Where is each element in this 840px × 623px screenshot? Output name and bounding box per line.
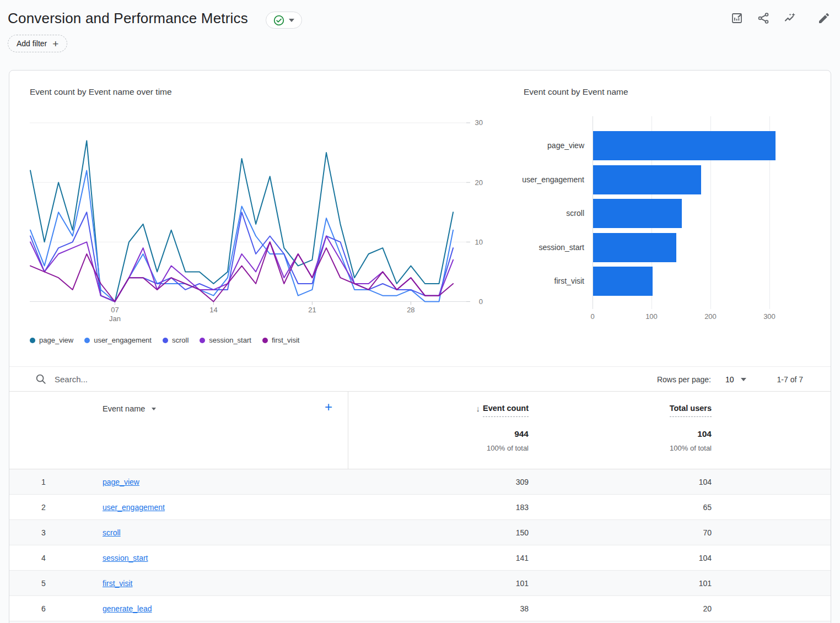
bar-category-label-session_start: session_start — [519, 233, 584, 262]
total-users-value: 101 — [699, 571, 712, 596]
event-count-value: 141 — [516, 545, 529, 571]
legend-dot — [30, 338, 35, 343]
table-header: Event name + ↓ Event count Total users 9… — [9, 392, 831, 469]
row-index: 2 — [41, 495, 46, 520]
event-name-link[interactable]: page_view — [103, 469, 139, 495]
total-users-total-value: 104 — [670, 429, 712, 439]
line-chart-legend: page_viewuser_engagementscrollsession_st… — [30, 336, 299, 344]
chevron-down-icon — [289, 19, 294, 22]
event-name-link[interactable]: session_start — [103, 545, 148, 571]
legend-dot — [84, 338, 90, 343]
bar-chart-tick-label: 200 — [698, 312, 723, 321]
total-users-header-label: Total users — [670, 404, 712, 417]
legend-label: scroll — [172, 336, 189, 344]
ga-explorations-report: { "page": { "title": "Conversion and Per… — [0, 0, 840, 623]
bar-category-label-first_visit: first_visit — [519, 267, 584, 296]
event-count-value: 309 — [516, 469, 529, 495]
event-count-value: 183 — [516, 495, 529, 520]
bar-chart-tick-label: 100 — [639, 312, 664, 321]
total-users-value: 104 — [699, 545, 712, 571]
y-axis-tick-label: 0 — [479, 297, 483, 306]
column-header-event-name[interactable]: Event name — [103, 404, 156, 413]
x-axis-tick-label: 28 — [407, 306, 414, 314]
bar-page_view[interactable] — [593, 131, 776, 160]
sort-descending-icon: ↓ — [476, 404, 481, 413]
table-row: 1page_view309104 — [9, 469, 831, 495]
legend-label: page_view — [39, 336, 73, 344]
event-name-link[interactable]: scroll — [103, 520, 121, 545]
column-header-event-count[interactable]: ↓ Event count — [476, 404, 529, 417]
search-input[interactable] — [55, 375, 253, 384]
chevron-down-icon — [152, 408, 156, 410]
line-chart[interactable]: 010203007Jan142128 — [30, 111, 487, 337]
legend-item-page_view[interactable]: page_view — [30, 336, 73, 344]
legend-item-first_visit[interactable]: first_visit — [262, 336, 300, 344]
line-series-user_engagement — [30, 171, 453, 302]
bar-chart-tick-label: 300 — [757, 312, 782, 321]
row-index: 4 — [41, 545, 46, 571]
legend-label: first_visit — [272, 336, 300, 344]
line-chart-title: Event count by Event name over time — [30, 87, 172, 97]
legend-label: user_engagement — [94, 336, 152, 344]
table-row: 6generate_lead3820 — [9, 596, 831, 621]
y-axis-tick-label: 30 — [475, 118, 483, 127]
x-axis-tick-label: 07 — [111, 306, 119, 314]
plus-icon: + — [52, 39, 58, 49]
check-circle-icon — [273, 15, 284, 26]
column-header-total-users[interactable]: Total users — [670, 404, 712, 417]
total-users-value: 104 — [699, 469, 712, 495]
add-filter-label: Add filter — [17, 39, 47, 48]
event-count-total: 944 100% of total — [487, 429, 529, 452]
event-name-link[interactable]: first_visit — [103, 571, 132, 596]
bar-first_visit[interactable] — [593, 267, 653, 296]
total-users-value: 20 — [703, 596, 712, 621]
y-axis-tick-label: 20 — [475, 178, 483, 187]
row-index: 6 — [41, 596, 46, 621]
bar-chart-tick-label: 0 — [580, 312, 605, 321]
bar-chart[interactable]: 0100200300page_viewuser_engagementscroll… — [519, 104, 821, 335]
search-icon — [35, 373, 47, 385]
event-count-total-value: 944 — [487, 429, 529, 439]
insights-icon[interactable] — [783, 11, 797, 25]
x-axis-month-label: Jan — [109, 315, 121, 323]
total-users-total: 104 100% of total — [670, 429, 712, 452]
total-users-total-pct: 100% of total — [670, 444, 712, 452]
legend-dot — [262, 338, 268, 343]
bar-category-label-page_view: page_view — [519, 131, 584, 160]
page-title: Conversion and Performance Metrics — [8, 10, 248, 27]
bar-category-label-user_engagement: user_engagement — [519, 165, 584, 194]
pagination-range: 1-7 of 7 — [777, 375, 803, 384]
saved-report-icon[interactable] — [730, 11, 744, 25]
total-users-value: 65 — [703, 495, 712, 520]
bar-scroll[interactable] — [593, 199, 682, 228]
table-row: 4session_start141104 — [9, 545, 831, 571]
bar-user_engagement[interactable] — [593, 165, 701, 194]
edit-pencil-icon[interactable] — [817, 11, 831, 25]
row-index: 5 — [41, 571, 46, 596]
legend-dot — [163, 338, 168, 343]
legend-item-user_engagement[interactable]: user_engagement — [84, 336, 152, 344]
table-search-row: Rows per page: 10 1-7 of 7 — [9, 366, 831, 392]
bar-session_start[interactable] — [593, 233, 676, 262]
event-name-link[interactable]: user_engagement — [103, 495, 165, 520]
rows-per-page-value[interactable]: 10 — [725, 375, 734, 384]
add-column-button[interactable]: + — [325, 399, 332, 415]
x-axis-tick-label: 14 — [209, 306, 217, 314]
table-row: 5first_visit101101 — [9, 571, 831, 596]
row-index: 1 — [41, 469, 46, 495]
legend-item-scroll[interactable]: scroll — [163, 336, 189, 344]
legend-item-session_start[interactable]: session_start — [200, 336, 251, 344]
legend-label: session_start — [209, 336, 251, 344]
event-count-value: 38 — [520, 596, 529, 621]
event-count-value: 101 — [516, 571, 529, 596]
event-name-link[interactable]: generate_lead — [103, 596, 152, 621]
event-name-header-label: Event name — [103, 404, 145, 413]
x-axis-tick-label: 21 — [308, 306, 316, 314]
add-filter-button[interactable]: Add filter + — [8, 35, 67, 52]
bar-category-label-scroll: scroll — [519, 199, 584, 228]
share-icon[interactable] — [756, 11, 771, 25]
rows-per-page-dropdown-icon[interactable] — [741, 378, 746, 381]
table-row: 3scroll15070 — [9, 520, 831, 545]
bar-chart-title: Event count by Event name — [524, 87, 628, 97]
approved-status-badge[interactable] — [266, 12, 302, 29]
